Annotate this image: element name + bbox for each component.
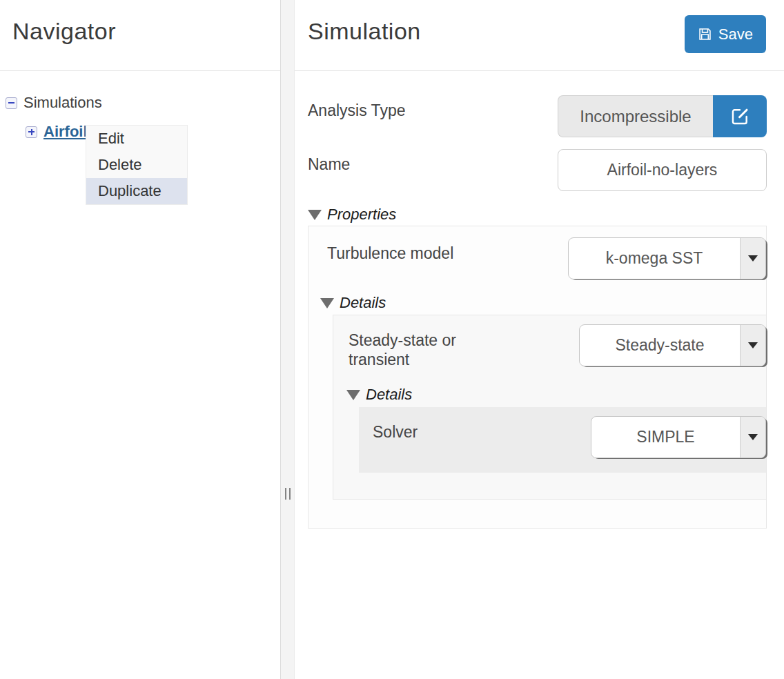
collapse-triangle-icon (320, 298, 334, 308)
menu-item-delete[interactable]: Delete (86, 152, 187, 178)
simulation-setup-app: Navigator Simulations Airfoil-no-layers … (0, 0, 784, 679)
turbulence-model-value: k-omega SST (569, 238, 740, 279)
simulation-panel: Simulation Save Analysis Type Incompress… (295, 0, 784, 679)
time-mode-value: Steady-state (580, 325, 740, 366)
menu-item-duplicate[interactable]: Duplicate (86, 178, 187, 204)
collapse-triangle-icon (308, 210, 322, 220)
context-menu: Edit Delete Duplicate (86, 125, 188, 205)
save-button[interactable]: Save (685, 15, 766, 53)
menu-item-edit[interactable]: Edit (86, 126, 187, 152)
analysis-type-value: Incompressible (558, 95, 713, 137)
tree-node-simulations: Simulations (6, 94, 280, 112)
analysis-type-label: Analysis Type (308, 95, 405, 120)
analysis-type-group: Incompressible (558, 95, 767, 137)
edit-analysis-type-button[interactable] (713, 95, 767, 137)
turbulence-model-select[interactable]: k-omega SST (568, 237, 766, 279)
navigator-title: Navigator (12, 18, 268, 45)
collapse-triangle-icon (346, 390, 360, 400)
solver-box: Solver SIMPLE (359, 407, 766, 473)
chevron-down-icon (740, 417, 765, 457)
collapse-minus-box-icon[interactable] (6, 97, 17, 109)
turbulence-model-row: Turbulence model k-omega SST (308, 237, 766, 279)
solver-label: Solver (373, 416, 418, 442)
save-button-label: Save (718, 26, 753, 43)
time-mode-select[interactable]: Steady-state (579, 324, 766, 366)
inner-details-section-title: Details (366, 386, 412, 404)
expand-plus-box-icon[interactable] (26, 126, 37, 138)
edit-pencil-square-icon (730, 107, 749, 126)
tree-node-simulations-label[interactable]: Simulations (23, 94, 102, 112)
simulation-form: Analysis Type Incompressible N (295, 95, 784, 529)
chevron-down-icon (740, 325, 765, 366)
name-input[interactable]: Airfoil-no-layers (558, 149, 767, 191)
details-section-header[interactable]: Details (320, 294, 766, 312)
navigator-panel: Navigator Simulations Airfoil-no-layers (0, 0, 280, 679)
simulation-title: Simulation (308, 18, 421, 45)
splitter-grip-icon[interactable] (285, 488, 291, 500)
simulation-header: Simulation Save (295, 0, 784, 71)
details-box: Steady-state or transient Steady-state D… (333, 315, 766, 500)
time-mode-label: Steady-state or transient (349, 324, 497, 369)
solver-row: Solver SIMPLE (359, 416, 766, 458)
chevron-down-icon (740, 238, 765, 279)
properties-section-title: Properties (327, 206, 396, 224)
time-mode-row: Steady-state or transient Steady-state (333, 324, 766, 369)
floppy-disk-icon (698, 27, 712, 41)
name-row: Name Airfoil-no-layers (308, 149, 767, 191)
turbulence-model-label: Turbulence model (327, 237, 453, 263)
name-label: Name (308, 149, 350, 174)
properties-box: Turbulence model k-omega SST Details Ste… (308, 226, 767, 529)
panel-splitter[interactable] (280, 0, 295, 679)
details-section-title: Details (340, 294, 386, 312)
navigator-header: Navigator (0, 0, 280, 71)
solver-select[interactable]: SIMPLE (591, 416, 766, 458)
solver-value: SIMPLE (591, 417, 740, 457)
analysis-type-row: Analysis Type Incompressible (308, 95, 767, 137)
inner-details-section-header[interactable]: Details (346, 386, 766, 404)
properties-section-header[interactable]: Properties (308, 206, 767, 224)
